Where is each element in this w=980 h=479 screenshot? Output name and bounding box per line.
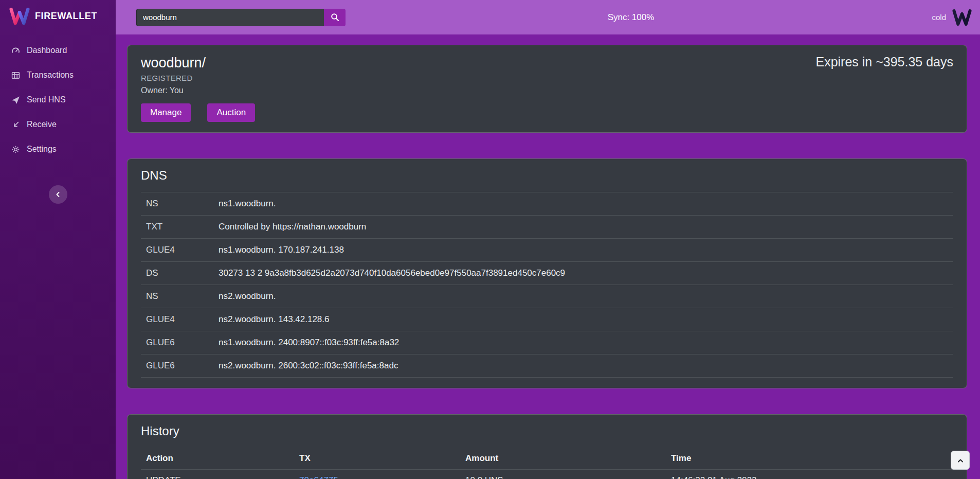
scroll-to-top-button[interactable] [951,451,970,470]
main-content: woodburn/ Expires in ~395.35 days REGIST… [116,34,980,479]
expires-label: Expires in ~395.35 days [815,55,953,69]
dashboard-icon [11,46,20,55]
sidebar-item-send-hns[interactable]: Send HNS [0,87,116,112]
app-title: FIREWALLET [35,11,97,22]
dns-record-value: ns2.woodburn. 2600:3c02::f03c:93ff:fe5a:… [219,361,398,371]
dns-record-type: GLUE4 [146,314,219,325]
dns-record-type: TXT [146,222,219,232]
column-header-amount: Amount [465,453,671,464]
history-card-title: History [141,424,953,438]
domain-title: woodburn/ [141,55,206,71]
sidebar-item-receive[interactable]: Receive [0,112,116,137]
owner-label: Owner: You [141,86,953,95]
sidebar-item-label: Receive [27,120,57,129]
dns-record-type: GLUE4 [146,245,219,255]
chevron-up-icon [956,456,965,465]
wallet-logo-icon [952,9,972,26]
tx-link[interactable]: 70e64775... [299,475,346,479]
history-table: Action TX Amount Time UPDATE 70e64775...… [141,448,953,479]
dns-record-type: GLUE6 [146,338,219,348]
history-header-row: Action TX Amount Time [141,448,953,469]
search-input[interactable] [136,9,324,26]
dns-record-value: ns2.woodburn. [219,291,276,301]
receive-icon [11,120,20,129]
manage-button[interactable]: Manage [141,103,191,122]
dns-table: NS ns1.woodburn. TXT Controlled by https… [141,192,953,378]
topbar-right: cold [932,9,980,26]
column-header-tx: TX [299,453,465,464]
dns-record-value: ns1.woodburn. 170.187.241.138 [219,245,344,255]
dns-record-type: DS [146,268,219,278]
transactions-icon [11,71,20,80]
auction-button[interactable]: Auction [207,103,255,122]
sidebar-item-label: Transactions [27,70,74,80]
dns-card: DNS NS ns1.woodburn. TXT Controlled by h… [127,158,967,388]
sidebar-item-label: Settings [27,145,57,154]
dns-record-value: ns1.woodburn. [219,199,276,209]
search-button[interactable] [324,9,346,26]
dns-record-type: NS [146,199,219,209]
sidebar-item-dashboard[interactable]: Dashboard [0,38,116,63]
dns-record-row: GLUE6 ns2.woodburn. 2600:3c02::f03c:93ff… [141,354,953,378]
domain-card: woodburn/ Expires in ~395.35 days REGIST… [127,45,967,133]
topbar: Sync: 100% cold [116,0,980,34]
dns-record-row: NS ns2.woodburn. [141,285,953,308]
sidebar-item-label: Dashboard [27,46,67,55]
brand: FIREWALLET [0,0,116,32]
search-group [136,9,346,26]
history-card: History Action TX Amount Time UPDATE 70e… [127,414,967,479]
column-header-time: Time [671,453,948,464]
dns-record-value: 30273 13 2 9a3a8fb3d625d2a2073d740f10da6… [219,268,565,278]
dns-record-row: DS 30273 13 2 9a3a8fb3d625d2a2073d740f10… [141,261,953,285]
column-header-action: Action [146,453,299,464]
chevron-left-icon [54,190,62,199]
dns-record-type: NS [146,291,219,301]
firewallet-logo-icon [9,8,30,25]
dns-record-row: GLUE4 ns2.woodburn. 143.42.128.6 [141,308,953,331]
history-action: UPDATE [146,475,299,479]
search-icon [331,13,339,22]
sidebar-item-transactions[interactable]: Transactions [0,63,116,87]
settings-icon [11,145,20,154]
dns-record-row: GLUE4 ns1.woodburn. 170.187.241.138 [141,238,953,261]
history-time: 14:46:32 01 Aug 2023 [671,475,948,479]
dns-record-row: GLUE6 ns1.woodburn. 2400:8907::f03c:93ff… [141,331,953,354]
dns-record-row: NS ns1.woodburn. [141,192,953,215]
sidebar: FIREWALLET Dashboard Transactions [0,0,116,479]
dns-record-value: Controlled by https://nathan.woodburn [219,222,366,232]
sidebar-item-label: Send HNS [27,95,66,104]
sync-status: Sync: 100% [608,12,655,23]
dns-card-title: DNS [141,168,953,183]
dns-record-row: TXT Controlled by https://nathan.woodbur… [141,215,953,238]
wallet-mode-label: cold [932,13,946,22]
history-amount: 10.0 HNS [465,475,671,479]
history-row: UPDATE 70e64775... 10.0 HNS 14:46:32 01 … [141,469,953,479]
sidebar-collapse-button[interactable] [49,185,67,204]
dns-record-value: ns2.woodburn. 143.42.128.6 [219,314,330,325]
domain-status: REGISTERED [141,74,953,82]
dns-record-value: ns1.woodburn. 2400:8907::f03c:93ff:fe5a:… [219,338,399,348]
dns-record-type: GLUE6 [146,361,219,371]
sidebar-nav: Dashboard Transactions Send HNS [0,32,116,162]
send-icon [11,96,20,104]
sidebar-item-settings[interactable]: Settings [0,137,116,162]
